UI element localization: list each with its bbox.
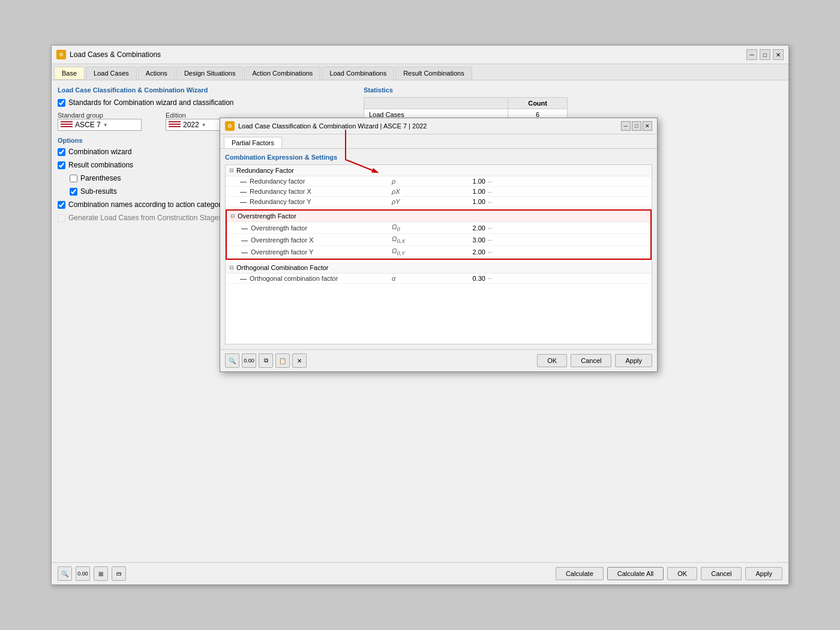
tree-row-orthogonal-factor[interactable]: — Orthogonal combination factor α 0.30 -… [226,274,652,284]
main-cancel-button[interactable]: Cancel [701,567,742,580]
dialog-section-title: Combination Expression & Settings [225,154,652,161]
tab-actions[interactable]: Actions [138,67,175,80]
overstrength-factor-x-name: Overstrength factor X [251,236,392,244]
main-window-title: Load Cases & Combinations [70,50,161,59]
redundancy-header: ⊟ Redundancy Factor [226,165,652,176]
sub-results-label: Sub-results [80,187,117,196]
standards-checkbox[interactable] [58,99,65,107]
dialog-number-icon-button[interactable]: 0.00 [242,353,256,368]
table2-icon-button[interactable]: 🗃 [112,566,126,581]
result-combinations-checkbox[interactable] [58,161,65,169]
maximize-button[interactable]: □ [760,49,770,60]
redundancy-factor-y-value: 1.00 [440,198,488,205]
main-bottom-toolbar: 🔍 0.00 ⊞ 🗃 Calculate Calculate All OK Ca… [52,562,788,584]
edition-value: 2022 [183,121,199,129]
overstrength-section: ⊟ Overstrength Factor — Overstrength fac… [226,209,652,260]
dialog-copy2-icon-button[interactable]: 📋 [275,353,290,368]
orthogonal-factor-value: 0.30 [440,275,488,282]
edition-dropdown-arrow: ▼ [202,122,206,128]
comb-names-checkbox[interactable] [58,201,65,209]
dialog-title: Load Case Classification & Combination W… [238,122,427,130]
stats-col-count: Count [508,98,568,109]
stats-col-name [364,98,508,109]
overstrength-factor-value: 2.00 [440,224,488,232]
statistics-title: Statistics [364,86,782,94]
overstrength-factor-x-unit: -- [488,236,506,243]
overstrength-expand[interactable]: ⊟ [230,213,235,219]
number-icon-button[interactable]: 0.00 [76,566,90,581]
calculate-button[interactable]: Calculate [556,567,604,580]
orthogonal-header: ⊟ Orthogonal Combination Factor [226,262,652,274]
tree-row-overstrength-factor-x[interactable]: — Overstrength factor X Ω0,X 3.00 -- [227,234,650,246]
sub-results-checkbox[interactable] [70,188,77,196]
minimize-button[interactable]: ─ [746,49,757,60]
dialog-content: Combination Expression & Settings ⊟ Redu… [220,149,657,349]
calculate-all-button[interactable]: Calculate All [607,567,664,580]
result-combinations-label: Result combinations [68,161,133,169]
app-icon: ⚙ [56,50,66,59]
redundancy-factor-y-symbol: ρY [392,198,440,205]
orthogonal-expand[interactable]: ⊟ [229,265,234,271]
redundancy-factor-x-symbol: ρX [392,188,440,195]
dialog-tab-bar: Partial Factors [220,134,657,149]
tree-row-redundancy-factor-y[interactable]: — Redundancy factor Y ρY 1.00 -- [226,197,652,207]
search-icon-button[interactable]: 🔍 [58,566,72,581]
dialog-close-icon-button[interactable]: ✕ [292,353,307,368]
orthogonal-factor-unit: -- [488,275,506,281]
redundancy-factor-unit: -- [488,178,506,185]
dialog-minimize-button[interactable]: ─ [621,121,631,131]
redundancy-factor-x-value: 1.00 [440,188,488,195]
orthogonal-factor-symbol: α [392,275,440,282]
tab-action-combinations[interactable]: Action Combinations [244,67,320,80]
factor-tree: ⊟ Redundancy Factor — Redundancy factor … [225,164,652,344]
overstrength-factor-y-symbol: Ω0,Y [392,247,440,256]
overstrength-factor-y-name: Overstrength factor Y [251,248,392,256]
overstrength-factor-x-value: 3.00 [440,236,488,244]
overstrength-factor-name: Overstrength factor [251,224,392,232]
redundancy-factor-symbol: ρ [392,178,440,185]
tab-design-situations[interactable]: Design Situations [176,67,244,80]
tree-row-overstrength-factor-y[interactable]: — Overstrength factor Y Ω0,Y 2.00 -- [227,246,650,258]
main-tab-bar: Base Load Cases Actions Design Situation… [52,64,788,80]
orthogonal-title: Orthogonal Combination Factor [236,264,328,271]
tree-row-overstrength-factor[interactable]: — Overstrength factor Ω0 2.00 -- [227,222,650,234]
orthogonal-factor-name: Orthogonal combination factor [250,275,392,282]
main-ok-button[interactable]: OK [667,567,697,580]
redundancy-expand[interactable]: ⊟ [229,167,234,173]
tab-load-combinations[interactable]: Load Combinations [322,67,394,80]
combination-wizard-label: Combination wizard [68,148,131,156]
dialog-close-button[interactable]: ✕ [643,121,652,131]
standards-label: Standards for Combination wizard and cla… [68,98,233,107]
tree-row-redundancy-factor-x[interactable]: — Redundancy factor X ρX 1.00 -- [226,187,652,197]
standard-group-value: ASCE 7 [75,121,101,129]
redundancy-title: Redundancy Factor [236,167,294,174]
combination-wizard-checkbox[interactable] [58,148,65,156]
dialog-ok-button[interactable]: OK [537,354,567,367]
dialog-maximize-button[interactable]: □ [632,121,641,131]
dialog-copy1-icon-button[interactable]: ⧉ [259,353,273,368]
overstrength-factor-y-unit: -- [488,248,506,255]
standard-group-select[interactable]: ASCE 7 ▼ [58,119,142,131]
dialog-window: ⚙ Load Case Classification & Combination… [220,118,658,372]
dialog-apply-button[interactable]: Apply [615,354,652,367]
main-titlebar: ⚙ Load Cases & Combinations ─ □ ✕ [52,46,788,64]
close-button[interactable]: ✕ [773,49,784,60]
tab-load-cases[interactable]: Load Cases [86,67,137,80]
redundancy-factor-name: Redundancy factor [250,178,392,185]
dialog-bottom-toolbar: 🔍 0.00 ⧉ 📋 ✕ OK Cancel Apply [220,349,657,371]
dialog-cancel-button[interactable]: Cancel [571,354,611,367]
table1-icon-button[interactable]: ⊞ [94,566,108,581]
main-apply-button[interactable]: Apply [745,567,782,580]
parentheses-checkbox[interactable] [70,175,77,182]
dialog-app-icon: ⚙ [225,121,235,131]
dialog-titlebar: ⚙ Load Case Classification & Combination… [220,118,657,134]
tab-base[interactable]: Base [54,67,85,80]
tree-row-redundancy-factor[interactable]: — Redundancy factor ρ 1.00 -- [226,176,652,187]
dialog-search-icon-button[interactable]: 🔍 [225,353,239,368]
comb-names-label: Combination names according to action ca… [68,200,224,209]
overstrength-factor-unit: -- [488,224,506,231]
tab-result-combinations[interactable]: Result Combinations [395,67,472,80]
parentheses-label: Parentheses [80,174,121,182]
standard-group-label: Standard group [58,112,142,119]
dialog-tab-partial-factors[interactable]: Partial Factors [224,137,282,148]
